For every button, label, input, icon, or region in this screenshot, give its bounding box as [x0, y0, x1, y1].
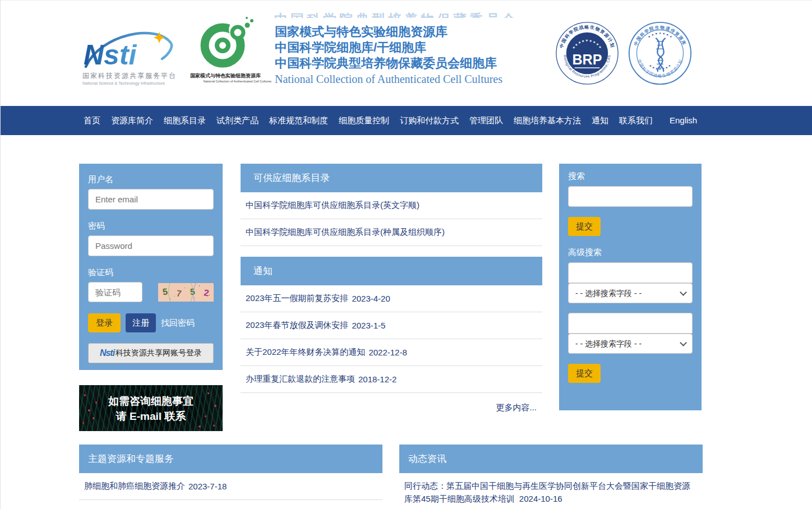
news-header: 动态资讯	[399, 445, 703, 473]
brp-badge-icon: 中国科学院战略生物资源计划 ★★★★★★★★★ BRP Biological R…	[555, 21, 620, 86]
search-input[interactable]	[568, 186, 693, 207]
notices-title: 通知	[253, 265, 273, 277]
search-field-select-1[interactable]: - - 选择搜索字段 - -	[568, 283, 693, 303]
notices-section: 通知 2023年五一假期前复苏安排 2023-4-20 2023年春节放假及调休…	[241, 257, 542, 393]
nsti-account-login-button[interactable]: Nsti 科技资源共享网账号登录	[88, 343, 214, 363]
catalog-item[interactable]: 中国科学院细胞库可供应细胞系目录(种属及组织顺序)	[241, 219, 542, 246]
captcha-digit: 5	[190, 287, 196, 298]
main-nav: 首页资源库简介细胞系目录试剂类产品标准规范和制度细胞质量控制订购和付款方式管理团…	[1, 106, 812, 135]
green-logo-caption-cn: 国家模式与特色实验细胞资源库	[190, 72, 260, 80]
register-button[interactable]: 注册	[126, 313, 156, 332]
notice-item[interactable]: 关于2022年年终财务决算的通知 2022-12-8	[241, 339, 542, 366]
nav-item[interactable]: 管理团队	[469, 115, 503, 126]
green-cellbank-logo: 国家模式与特色实验细胞资源库 National Collection of Au…	[190, 16, 260, 87]
news-title: 动态资讯	[408, 452, 446, 465]
search-field-select-1-wrap: - - 选择搜索字段 - -	[568, 283, 693, 303]
captcha-input[interactable]	[88, 282, 142, 302]
nsti-login-label: 科技资源共享网账号登录	[116, 348, 202, 358]
topic-date: 2023-7-18	[188, 482, 227, 491]
catalog-title: 可供应细胞系目录	[253, 172, 330, 184]
search-submit-button[interactable]: 提交	[568, 217, 601, 236]
notice-item[interactable]: 2023年春节放假及调休安排 2023-1-5	[241, 312, 542, 339]
site-title-line: 中国科学院细胞库/干细胞库	[275, 40, 502, 55]
advanced-search-input-1[interactable]	[568, 262, 693, 283]
nsti-logo-caption-en: National Science & Technology Infrastruc…	[82, 81, 165, 85]
brp-badge: 中国科学院战略生物资源计划 ★★★★★★★★★ BRP Biological R…	[555, 21, 620, 86]
ghost-title-artifact: 中国科学院典型培养物保藏委员会细胞库	[274, 6, 516, 18]
nav-item[interactable]: 细胞质量控制	[339, 115, 389, 126]
site-title-line: 国家模式与特色实验细胞资源库	[275, 24, 502, 40]
nav-item[interactable]: 订购和付款方式	[400, 115, 459, 126]
nav-english-link[interactable]: English	[670, 115, 697, 125]
nav-item[interactable]: 标准规范和制度	[269, 115, 328, 126]
login-button[interactable]: 登录	[88, 313, 121, 332]
green-cellbank-logo-icon	[190, 16, 260, 72]
dna-badge-icon: 中国科学院生物遗传资源库 中国科学院战略生物资源计划 ★ ★ ★ ★ ★ ★ ★…	[628, 21, 693, 86]
nav-item[interactable]: 首页	[84, 115, 100, 126]
nav-item[interactable]: 试剂类产品	[216, 115, 259, 126]
search-panel: 搜索 提交 高级搜索 - - 选择搜索字段 - - - - 选择搜索字段 - -…	[559, 164, 702, 410]
banner-line-2: 请 E-mail 联系	[79, 409, 223, 424]
nsti-logo-caption-cn: 国家科技资源共享服务平台	[82, 71, 183, 81]
page: 中国科学院典型培养物保藏委员会细胞库 Nsti 国家科技资源共享服务平台 Nat…	[0, 0, 812, 509]
news-section: 动态资讯 同行动态：第五届中国干细胞与再生医学协同创新平台大会暨国家干细胞资源库…	[399, 445, 703, 509]
dna-badge: 中国科学院生物遗传资源库 中国科学院战略生物资源计划 ★ ★ ★ ★ ★ ★ ★…	[628, 21, 693, 86]
notice-date: 2018-12-2	[358, 374, 396, 384]
nav-item[interactable]: 资源库简介	[111, 115, 153, 126]
captcha-label: 验证码	[88, 267, 214, 278]
advanced-search-label: 高级搜索	[568, 247, 693, 258]
catalog-item[interactable]: 中国科学院细胞库可供应细胞系目录(英文字顺)	[241, 192, 542, 219]
captcha-image[interactable]: 5752	[158, 283, 214, 302]
login-panel: 用户名 密码 验证码 5752 登录 注册 找回密码 Nsti 科技资源共享网账…	[79, 164, 223, 370]
topics-section: 主题资源和专题服务 肺细胞和肺癌细胞资源推介 2023-7-18	[79, 445, 382, 500]
notice-date: 2022-12-8	[368, 348, 407, 357]
site-title-english: National Collection of Authenticated Cel…	[275, 73, 502, 86]
nsti-logo: Nsti 国家科技资源共享服务平台 National Science & Tec…	[82, 29, 183, 87]
email-contact-banner[interactable]: 如需咨询细胞事宜 请 E-mail 联系	[79, 385, 223, 431]
topics-title: 主题资源和专题服务	[88, 452, 174, 465]
password-label: 密码	[88, 221, 214, 232]
news-item[interactable]: 同行动态：第五届中国干细胞与再生医学协同创新平台大会暨国家干细胞资源库第45期干…	[399, 473, 703, 509]
svg-text:Nsti: Nsti	[84, 39, 137, 70]
more-content-link[interactable]: 更多内容...	[241, 402, 537, 413]
topic-item[interactable]: 肺细胞和肺癌细胞资源推介 2023-7-18	[79, 473, 382, 500]
site-title: 国家模式与特色实验细胞资源库中国科学院细胞库/干细胞库中国科学院典型培养物保藏委…	[275, 24, 502, 86]
username-input[interactable]	[88, 189, 214, 210]
notice-item[interactable]: 办理重复汇款退款的注意事项 2018-12-2	[241, 366, 542, 393]
site-title-line: 中国科学院典型培养物保藏委员会细胞库	[275, 55, 502, 71]
catalog-header: 可供应细胞系目录	[241, 164, 542, 192]
notice-date: 2023-4-20	[352, 294, 390, 303]
news-date: 2024-10-16	[519, 494, 562, 503]
advanced-search-input-2[interactable]	[568, 313, 693, 334]
nav-item[interactable]: 细胞培养基本方法	[514, 115, 581, 126]
username-label: 用户名	[88, 174, 214, 185]
search-label: 搜索	[568, 171, 693, 182]
svg-text:BRP: BRP	[572, 52, 602, 67]
topics-header: 主题资源和专题服务	[79, 445, 382, 473]
catalog-section: 可供应细胞系目录 中国科学院细胞库可供应细胞系目录(英文字顺) 中国科学院细胞库…	[241, 164, 542, 246]
nsti-logo-small: Nsti	[100, 348, 114, 358]
notices-header: 通知	[241, 257, 542, 285]
banner-line-1: 如需咨询细胞事宜	[79, 394, 223, 409]
captcha-digit: 2	[203, 288, 210, 298]
search-field-select-2[interactable]: - - 选择搜索字段 - -	[568, 334, 693, 354]
password-input[interactable]	[88, 235, 214, 256]
captcha-digit: 5	[162, 286, 168, 297]
nsti-logo-icon: Nsti	[82, 29, 183, 70]
advanced-search-submit-button[interactable]: 提交	[568, 364, 601, 383]
nav-item[interactable]: 细胞系目录	[164, 115, 206, 126]
forgot-password-link[interactable]: 找回密码	[161, 318, 195, 328]
nav-item[interactable]: 通知	[592, 115, 608, 126]
notice-date: 2023-1-5	[352, 321, 385, 330]
search-field-select-2-wrap: - - 选择搜索字段 - -	[568, 334, 693, 354]
notice-item[interactable]: 2023年五一假期前复苏安排 2023-4-20	[241, 285, 542, 312]
captcha-digit: 7	[176, 288, 182, 299]
nav-item[interactable]: 联系我们	[619, 115, 653, 126]
green-logo-caption-en: National Collection of Authenticated Cel…	[204, 80, 247, 83]
